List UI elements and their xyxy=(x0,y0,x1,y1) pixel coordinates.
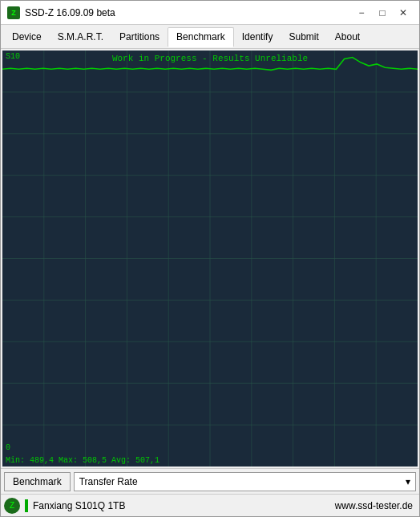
chart-svg xyxy=(2,50,418,467)
menu-submit[interactable]: Submit xyxy=(281,28,326,46)
transfer-rate-dropdown[interactable]: Transfer Rate ▾ xyxy=(74,472,416,491)
benchmark-chart: Work in Progress - Results Unreliable S1… xyxy=(2,50,418,467)
maximize-button[interactable]: □ xyxy=(373,5,392,21)
benchmark-button[interactable]: Benchmark xyxy=(4,472,71,491)
chart-title: Work in Progress - Results Unreliable xyxy=(2,54,418,63)
status-app-icon: Z xyxy=(4,498,20,514)
window-title: SSD-Z 16.09.09 beta xyxy=(25,7,352,18)
status-bar: Z Fanxiang S101Q 1TB www.ssd-tester.de xyxy=(1,494,419,516)
window-controls: − □ ✕ xyxy=(352,5,413,21)
chevron-down-icon: ▾ xyxy=(406,476,410,487)
main-window: Z SSD-Z 16.09.09 beta − □ ✕ Device S.M.A… xyxy=(0,0,420,517)
drive-indicator xyxy=(25,499,28,512)
chart-y-axis-top: S10 xyxy=(6,52,20,61)
bottom-bar: Benchmark Transfer Rate ▾ xyxy=(1,468,419,494)
menu-identify[interactable]: Identify xyxy=(234,28,281,46)
menu-benchmark[interactable]: Benchmark xyxy=(168,27,234,47)
close-button[interactable]: ✕ xyxy=(394,5,413,21)
app-icon: Z xyxy=(7,6,20,19)
title-bar: Z SSD-Z 16.09.09 beta − □ ✕ xyxy=(1,1,419,25)
menu-device[interactable]: Device xyxy=(4,28,50,46)
chart-stats: Min: 489,4 Max: 508,5 Avg: 507,1 xyxy=(6,456,414,465)
drive-name: Fanxiang S101Q 1TB xyxy=(33,500,335,511)
dropdown-value: Transfer Rate xyxy=(79,476,138,487)
menu-smart[interactable]: S.M.A.R.T. xyxy=(50,28,111,46)
website-url: www.ssd-tester.de xyxy=(335,500,413,511)
menu-partitions[interactable]: Partitions xyxy=(111,28,168,46)
menu-about[interactable]: About xyxy=(327,28,368,46)
menu-bar: Device S.M.A.R.T. Partitions Benchmark I… xyxy=(1,25,419,49)
chart-y-axis-bottom: 0 xyxy=(6,443,10,452)
minimize-button[interactable]: − xyxy=(352,5,371,21)
